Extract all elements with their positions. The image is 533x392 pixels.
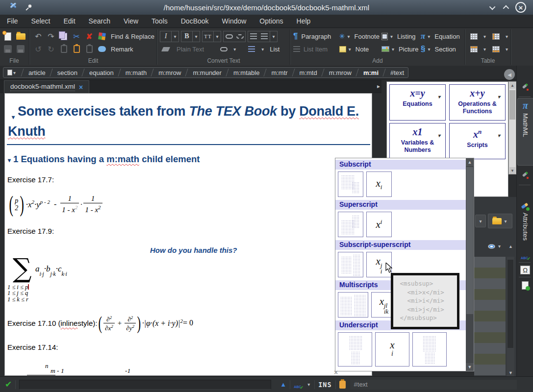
teletype-button[interactable]: TT: [203, 31, 213, 42]
redo-button[interactable]: ↷: [45, 30, 57, 42]
equation-177[interactable]: ( p2 ) ·x2·yp - 2 - 11 - x2 · 11 - x2: [7, 190, 102, 219]
table-row[interactable]: [474, 321, 506, 332]
menu-window[interactable]: Window: [222, 17, 247, 25]
tab-review-tool[interactable]: [517, 168, 533, 184]
footnote-button[interactable]: Footnote: [353, 33, 381, 40]
teletype-dropdown[interactable]: ▾: [213, 31, 221, 42]
scrollbar-thumb[interactable]: [508, 260, 513, 348]
minimize-icon[interactable]: [489, 3, 496, 10]
unlink-button[interactable]: [234, 31, 245, 42]
cut-button[interactable]: ✂: [71, 30, 82, 42]
table-row-button[interactable]: [468, 43, 480, 55]
undo-button[interactable]: ↶: [32, 30, 44, 42]
paste-before-button[interactable]: [58, 43, 70, 55]
paste-button[interactable]: [71, 43, 82, 55]
save-as-button[interactable]: [15, 43, 26, 55]
tab-edit-tool[interactable]: [517, 79, 533, 96]
section-button[interactable]: Section: [432, 46, 457, 53]
note-dropdown[interactable]: ▾: [348, 47, 352, 52]
breadcrumb-mtr[interactable]: m:mtr: [267, 68, 291, 77]
table-row[interactable]: [474, 365, 506, 375]
window-close-icon[interactable]: ×: [515, 2, 526, 13]
remark-label[interactable]: Remark: [109, 46, 135, 53]
document-canvas[interactable]: ▾Some exercises taken from The TEX Book …: [4, 93, 372, 376]
attributes-folder-button[interactable]: ▾: [488, 214, 512, 228]
breadcrumb-equation[interactable]: equation: [85, 68, 118, 77]
indent-dropdown[interactable]: ▾: [270, 31, 277, 42]
multiscripts-template-button[interactable]: [338, 292, 368, 318]
redo-all-button[interactable]: ↻: [45, 43, 57, 55]
picture-dropdown[interactable]: ▾: [391, 47, 395, 52]
menu-file[interactable]: File: [7, 17, 18, 25]
open-button[interactable]: [15, 30, 26, 42]
palette-card-equations[interactable]: x=y▾ Equations: [389, 84, 446, 121]
summation-sigma[interactable]: ∑: [13, 255, 32, 282]
scroll-up-icon[interactable]: ▲: [466, 158, 474, 166]
list-label[interactable]: List: [268, 46, 281, 53]
menu-search[interactable]: Search: [89, 17, 110, 25]
special-characters-button[interactable]: Ω: [517, 264, 533, 276]
scroll-up-icon[interactable]: ▲: [508, 244, 513, 249]
breadcrumb-text[interactable]: #text: [386, 68, 408, 77]
spell-check-button[interactable]: ABC✔: [517, 250, 533, 262]
italic-dropdown[interactable]: ▾: [171, 31, 178, 42]
chevron-down-icon[interactable]: ▾: [232, 47, 237, 52]
chevron-down-icon[interactable]: ▾: [438, 91, 440, 103]
pin-icon[interactable]: [25, 4, 32, 11]
table-row[interactable]: [474, 300, 506, 311]
palette-card-operations[interactable]: x+y▾ Operations & Functions: [449, 84, 506, 121]
scrollbar-thumb[interactable]: [466, 167, 473, 314]
scroll-up-icon[interactable]: ▲: [509, 82, 515, 89]
footnote-dropdown[interactable]: ▾: [347, 34, 351, 39]
scroll-down-icon[interactable]: ▼: [508, 370, 513, 375]
menu-options[interactable]: Options: [259, 17, 283, 25]
underscript-template-button-2[interactable]: [412, 332, 447, 367]
list-button[interactable]: [246, 43, 257, 55]
breadcrumb-mtable[interactable]: m:mtable: [229, 68, 263, 77]
find-replace-button[interactable]: [96, 30, 108, 42]
chevron-down-icon[interactable]: ▾: [482, 47, 487, 52]
palette-card-variables[interactable]: x1▾ Variables & Numbers: [389, 123, 446, 159]
breadcrumb-section[interactable]: section: [53, 68, 81, 77]
palette-scrollbar[interactable]: ▲ ▼: [508, 81, 516, 174]
superscript-example-button[interactable]: xi: [366, 212, 392, 237]
tab-attributes[interactable]: Attributes: [517, 202, 533, 249]
bold-button[interactable]: B: [181, 31, 192, 42]
back-button[interactable]: ◀: [504, 69, 515, 80]
scrollbar-thumb[interactable]: [509, 90, 515, 120]
insert-table-button[interactable]: [468, 30, 480, 42]
collapse-icon[interactable]: ▾: [8, 157, 11, 164]
chevron-down-icon[interactable]: ▾: [306, 382, 311, 387]
palette-card-scripts[interactable]: xn▾ Scripts: [449, 123, 506, 159]
subscript-template-button[interactable]: [338, 172, 363, 197]
plain-text-label[interactable]: Plain Text: [175, 46, 206, 53]
table-row[interactable]: [474, 332, 506, 343]
breadcrumb-mi[interactable]: m:mi: [359, 68, 382, 77]
table-row[interactable]: [474, 278, 506, 289]
plain-text-button[interactable]: [160, 43, 172, 55]
table-row[interactable]: [474, 343, 506, 354]
picture-button[interactable]: Picture: [397, 46, 420, 53]
breadcrumb-mrow[interactable]: m:mrow: [154, 68, 185, 77]
menu-docbook[interactable]: DocBook: [181, 17, 209, 25]
equation-button[interactable]: Equation: [432, 33, 461, 40]
link-button[interactable]: [224, 31, 234, 42]
italic-button[interactable]: I: [160, 31, 171, 42]
table-row[interactable]: [474, 354, 506, 365]
maximize-icon[interactable]: [503, 5, 509, 11]
attributes-dropdown-button[interactable]: ▾: [475, 215, 486, 227]
title-bar[interactable]: /home/hussein/src/9xxe/demo/docbook5/doc…: [0, 0, 533, 15]
table-cell-button[interactable]: [490, 43, 502, 55]
list-item-button[interactable]: List Item: [302, 46, 330, 53]
menu-edit[interactable]: Edit: [63, 17, 75, 25]
table-row[interactable]: [474, 289, 506, 300]
menu-help[interactable]: Help: [297, 17, 311, 25]
collapse-icon[interactable]: ▾: [12, 107, 15, 127]
list-dropdown[interactable]: ▾: [260, 47, 265, 52]
table-row[interactable]: [474, 268, 506, 278]
chevron-down-icon[interactable]: ▾: [438, 129, 440, 142]
attributes-table[interactable]: [474, 257, 506, 376]
delete-button[interactable]: ✘: [83, 30, 95, 42]
convert-link-button[interactable]: [218, 43, 229, 55]
chevron-down-icon[interactable]: ▾: [498, 129, 500, 142]
